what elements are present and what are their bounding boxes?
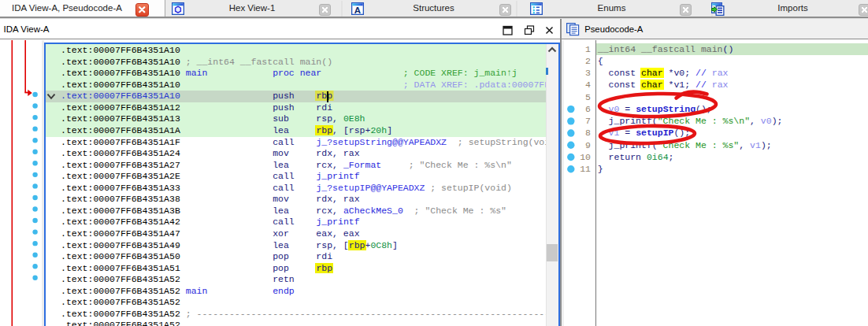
svg-text:A: A [354,6,361,15]
